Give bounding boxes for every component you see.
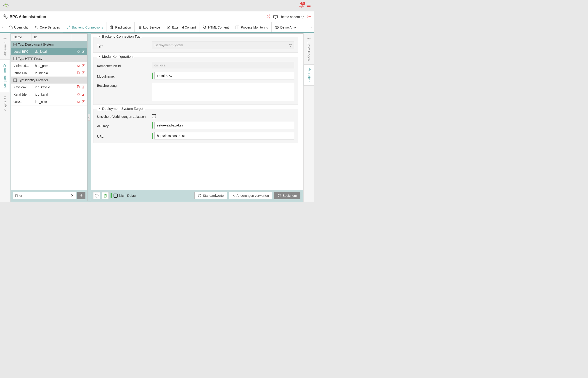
group-row[interactable]: − Typ: Identity Provider	[11, 77, 87, 83]
admin-bar: BPC Administration Theme ändern ▽	[0, 11, 314, 22]
row-id: http_prox…	[34, 64, 73, 68]
rail-label: Plugins	[3, 101, 7, 111]
top-strip: 9+	[0, 0, 314, 11]
filter-input[interactable]	[15, 194, 71, 197]
delete-icon[interactable]	[81, 85, 85, 89]
table-row[interactable]: Karaf (def… idp_karaf	[11, 91, 87, 98]
tab-log-service[interactable]: Log Service	[135, 22, 164, 32]
rail-tab-komponenten[interactable]: Komponenten	[0, 59, 10, 92]
help-button[interactable]	[93, 192, 100, 199]
rail-tab-einstellungen[interactable]: Einstellungen	[304, 33, 314, 65]
tab-scroll-left[interactable]: ‹	[0, 22, 5, 32]
row-name: Keycloak	[14, 85, 34, 89]
collapse-icon[interactable]: −	[14, 43, 17, 46]
svg-rect-33	[236, 26, 239, 29]
delete-icon[interactable]	[81, 49, 85, 54]
panel-splitter[interactable]: ◁	[87, 33, 91, 201]
collapse-icon[interactable]: −	[98, 55, 101, 58]
close-icon: ✕	[232, 194, 235, 197]
componentid-field	[152, 62, 294, 69]
standardwerte-button[interactable]: Standardwerte	[194, 192, 227, 199]
svg-point-20	[308, 16, 309, 17]
table-row[interactable]: Virtimo.d… http_prox…	[11, 62, 87, 69]
rail-tab-editor[interactable]: Editor	[304, 65, 314, 86]
modulname-field[interactable]	[154, 72, 294, 80]
componentid-label: Komponenten-Id:	[97, 63, 152, 68]
svg-rect-51	[78, 72, 79, 74]
tab-core-services[interactable]: Core Services	[31, 22, 63, 32]
apikey-field[interactable]	[154, 122, 294, 129]
tab-uebersicht[interactable]: Übersicht	[5, 22, 31, 32]
page-title: BPC Administration	[10, 15, 46, 19]
typ-select[interactable]: Deployment System ▽	[152, 41, 294, 49]
hamburger-menu-icon[interactable]	[306, 3, 311, 8]
theme-change-button[interactable]: Theme ändern ▽	[273, 15, 304, 19]
copy-icon[interactable]	[76, 92, 80, 96]
svg-point-8	[4, 4, 5, 5]
shuffle-icon[interactable]	[266, 14, 270, 19]
copy-icon[interactable]	[76, 49, 80, 54]
tab-backend-connections[interactable]: Backend Connections	[63, 22, 106, 32]
verwerfen-button[interactable]: ✕ Änderungen verwerfen	[229, 192, 272, 199]
group-row[interactable]: − Typ: Deployment System	[11, 41, 87, 48]
svg-point-5	[6, 8, 6, 8]
right-rail: Einstellungen Editor	[303, 33, 314, 202]
nicht-default-toggle[interactable]: Nicht Default	[113, 194, 137, 198]
tab-external-content[interactable]: External Content	[163, 22, 199, 32]
tab-scroll-right[interactable]: ›	[308, 22, 314, 32]
notification-bell-icon[interactable]: 9+	[299, 3, 304, 8]
table-row[interactable]: OIDC idp_oidc	[11, 98, 87, 106]
delete-icon[interactable]	[81, 64, 85, 68]
fieldset-title: Modul Konfiguration	[102, 54, 132, 58]
speichern-button[interactable]: Speichern	[274, 192, 300, 199]
rail-tab-plugins[interactable]: Plugins	[0, 92, 10, 115]
copy-icon[interactable]	[76, 71, 80, 75]
table-row[interactable]: Inubit Pla… inubit-pla…	[11, 69, 87, 77]
url-field[interactable]	[154, 132, 294, 139]
collapse-icon[interactable]: −	[98, 107, 101, 110]
button-label: Änderungen verwerfen	[237, 194, 269, 197]
group-row[interactable]: − Typ: HTTP Proxy	[11, 55, 87, 62]
table-row[interactable]: Local BPC ds_local	[11, 48, 87, 55]
tabs-row: ‹ Übersicht Core Services Backend Connec…	[0, 22, 314, 33]
col-header-id[interactable]: ID	[32, 34, 71, 41]
beschreibung-field[interactable]	[152, 83, 294, 101]
svg-point-45	[4, 64, 5, 65]
delete-icon[interactable]	[81, 92, 85, 96]
settings-gear-icon[interactable]	[307, 14, 311, 19]
rail-tab-allgemein[interactable]: Allgemein	[0, 33, 10, 59]
tab-replication[interactable]: Replication	[106, 22, 134, 32]
row-name: Local BPC	[14, 50, 34, 54]
svg-rect-52	[78, 86, 79, 88]
copy-icon[interactable]	[76, 99, 80, 104]
collapse-icon[interactable]: −	[14, 79, 17, 82]
svg-rect-38	[275, 27, 279, 28]
beschreibung-label: Beschreibung:	[97, 83, 152, 87]
unsichere-label: Unsichere Verbindungen zulassen:	[97, 114, 152, 119]
table-row[interactable]: Keycloak idp_keyclo…	[11, 83, 87, 91]
add-button[interactable]: +	[77, 192, 85, 199]
tab-label: Core Services	[40, 26, 60, 29]
svg-point-12	[4, 15, 5, 17]
nicht-default-checkbox[interactable]	[113, 194, 118, 198]
theme-label: Theme ändern	[279, 15, 300, 19]
unsichere-checkbox[interactable]	[152, 114, 156, 118]
rail-label: Allgemein	[3, 42, 7, 56]
copy-icon[interactable]	[76, 64, 80, 68]
collapse-icon[interactable]: −	[14, 57, 17, 60]
delete-icon[interactable]	[81, 99, 85, 104]
clear-filter-icon[interactable]: ✕	[71, 193, 74, 198]
rail-label: Komponenten	[3, 68, 7, 88]
copy-icon[interactable]	[76, 85, 80, 89]
col-header-name[interactable]: Name	[11, 34, 32, 41]
modulname-label: Modulname:	[97, 73, 152, 78]
fieldset-title: Backend Connection Typ	[102, 34, 140, 38]
tab-process-monitoring[interactable]: Process Monitoring	[232, 22, 272, 32]
clipboard-button[interactable]	[102, 192, 109, 199]
collapse-icon[interactable]: −	[98, 35, 101, 38]
typ-label: Typ:	[97, 43, 152, 48]
delete-icon[interactable]	[81, 71, 85, 75]
tab-html-content[interactable]: HTML Content	[199, 22, 232, 32]
tab-demo-anw[interactable]: Demo Anw	[272, 22, 299, 32]
svg-line-23	[69, 26, 70, 27]
